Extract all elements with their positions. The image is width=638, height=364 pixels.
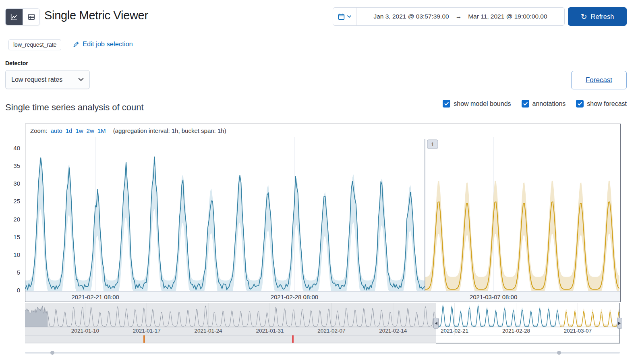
y-axis-tick: 0 — [2, 287, 20, 294]
y-axis-tick: 25 — [2, 198, 20, 205]
svg-text:2021-01-24: 2021-01-24 — [195, 328, 223, 334]
svg-text:1: 1 — [431, 141, 434, 147]
zoom-label: Zoom: — [30, 127, 48, 134]
y-axis-tick: 20 — [2, 216, 20, 223]
checkbox-checked-icon — [443, 100, 450, 108]
context-chart-area: 2021-01-102021-01-172021-01-242021-01-31… — [25, 303, 620, 356]
checkbox-checked-icon — [576, 100, 584, 108]
zoom-2w-link[interactable]: 2w — [87, 127, 94, 134]
svg-text:2021-02-07: 2021-02-07 — [317, 328, 345, 334]
zoom-controls: Zoom: auto 1d 1w 2w 1M (aggregation inte… — [25, 124, 620, 137]
focus-chart[interactable]: 2021-02-21 08:002021-02-28 08:002021-03-… — [25, 137, 620, 302]
svg-text:2021-01-10: 2021-01-10 — [71, 328, 99, 334]
chevron-down-icon — [78, 78, 84, 81]
y-axis-tick: 30 — [2, 180, 20, 187]
forecast-button[interactable]: Forecast — [571, 71, 627, 89]
show-forecast-label: show forecast — [587, 100, 627, 108]
anomaly-marker — [292, 335, 294, 343]
y-axis-tick: 10 — [2, 251, 20, 258]
single-metric-viewer-page: Single Metric Viewer Jan 3, 2021 @ 03:57… — [0, 0, 638, 364]
zoom-auto-link[interactable]: auto — [51, 127, 62, 134]
edit-job-selection-label: Edit job selection — [83, 40, 133, 48]
page-title: Single Metric Viewer — [44, 9, 148, 22]
datepicker-calendar-button[interactable] — [333, 8, 356, 25]
date-range-picker: Jan 3, 2021 @ 03:57:39.00 → Mar 11, 2021… — [333, 7, 565, 26]
end-date[interactable]: Mar 11, 2021 @ 19:00:00.00 — [468, 13, 547, 20]
calendar-icon — [338, 13, 345, 20]
svg-text:2021-02-28 08:00: 2021-02-28 08:00 — [271, 294, 318, 300]
section-title: Single time series analysis of count — [5, 102, 144, 113]
anomaly-marker — [143, 335, 145, 343]
show-forecast-checkbox[interactable]: show forecast — [576, 100, 627, 108]
scrollbar-track[interactable] — [25, 352, 620, 354]
show-model-bounds-label: show model bounds — [454, 100, 511, 108]
zoom-1w-link[interactable]: 1w — [75, 127, 83, 134]
svg-text:2021-01-31: 2021-01-31 — [256, 328, 284, 334]
context-scrollbar[interactable] — [25, 350, 620, 355]
detector-label: Detector — [5, 60, 28, 66]
detector-selected-value: Low request rates — [11, 76, 62, 83]
edit-job-selection-link[interactable]: Edit job selection — [73, 40, 133, 48]
table-view-toggle[interactable] — [23, 9, 39, 25]
refresh-icon: ↻ — [581, 13, 587, 21]
scrollbar-left-knob[interactable] — [50, 351, 54, 355]
svg-text:2021-02-14: 2021-02-14 — [379, 328, 407, 334]
detector-select[interactable]: Low request rates — [5, 70, 90, 89]
view-toggle-group — [5, 8, 40, 25]
triangle-right-icon — [618, 321, 621, 325]
job-badge[interactable]: low_request_rate — [8, 39, 61, 50]
date-range-display: Jan 3, 2021 @ 03:57:39.00 → Mar 11, 2021… — [356, 13, 564, 20]
annotations-checkbox[interactable]: annotations — [522, 100, 566, 108]
y-axis-tick: 15 — [2, 234, 20, 240]
context-brush-selection[interactable] — [436, 303, 620, 343]
show-model-bounds-checkbox[interactable]: show model bounds — [443, 100, 511, 108]
line-chart-icon — [10, 13, 18, 21]
annotations-label: annotations — [532, 100, 566, 108]
brush-left-handle[interactable] — [433, 318, 439, 329]
chevron-down-icon — [347, 15, 352, 18]
svg-text:2021-03-07 08:00: 2021-03-07 08:00 — [470, 294, 517, 300]
table-icon — [28, 13, 35, 21]
svg-text:2021-01-17: 2021-01-17 — [133, 328, 161, 334]
svg-text:2021-02-21 08:00: 2021-02-21 08:00 — [71, 294, 119, 300]
triangle-left-icon — [435, 321, 438, 325]
chart-options: show model bounds annotations show forec… — [443, 100, 627, 108]
y-axis-tick: 5 — [2, 269, 20, 276]
start-date[interactable]: Jan 3, 2021 @ 03:57:39.00 — [373, 13, 449, 20]
checkbox-checked-icon — [522, 100, 529, 108]
scrollbar-right-knob[interactable] — [557, 351, 561, 355]
focus-chart-panel: Zoom: auto 1d 1w 2w 1M (aggregation inte… — [25, 124, 621, 302]
zoom-1M-link[interactable]: 1M — [97, 127, 106, 134]
pencil-icon — [73, 41, 79, 48]
y-axis-tick: 40 — [2, 145, 20, 151]
date-range-arrow-icon: → — [456, 13, 462, 20]
refresh-button[interactable]: ↻ Refresh — [568, 7, 627, 26]
refresh-label: Refresh — [591, 13, 614, 21]
chart-view-toggle[interactable] — [6, 9, 23, 25]
y-axis-tick: 35 — [2, 162, 20, 169]
brush-right-handle[interactable] — [617, 318, 622, 329]
zoom-1d-link[interactable]: 1d — [66, 127, 72, 134]
aggregation-info: (aggregation interval: 1h, bucket span: … — [113, 127, 226, 134]
